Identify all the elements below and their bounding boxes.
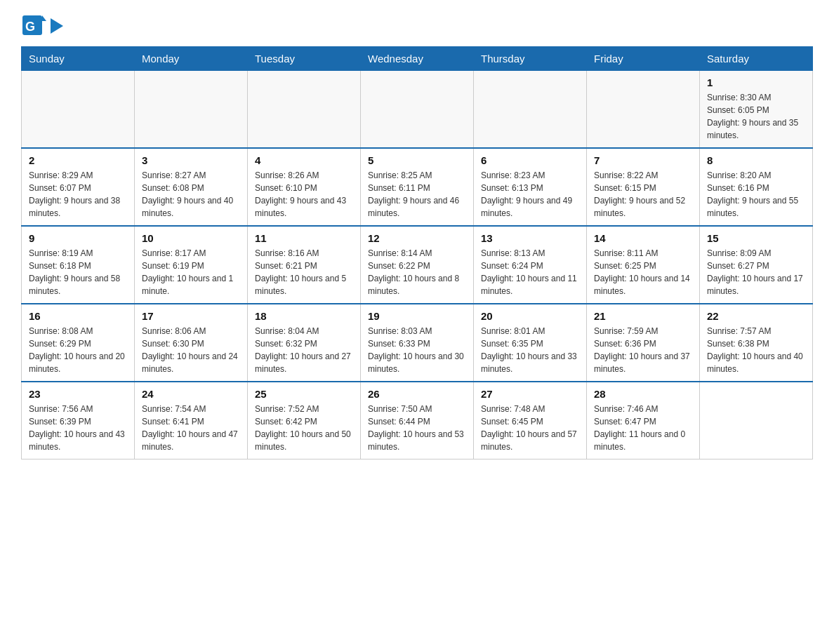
- day-info: Sunrise: 8:27 AMSunset: 6:08 PMDaylight:…: [142, 169, 240, 220]
- day-number: 1: [707, 76, 805, 88]
- calendar-cell: 19Sunrise: 8:03 AMSunset: 6:33 PMDayligh…: [361, 304, 474, 382]
- day-info: Sunrise: 8:13 AMSunset: 6:24 PMDaylight:…: [481, 247, 579, 297]
- day-info: Sunrise: 8:14 AMSunset: 6:22 PMDaylight:…: [368, 247, 466, 297]
- calendar-cell: 5Sunrise: 8:25 AMSunset: 6:11 PMDaylight…: [361, 148, 474, 226]
- day-number: 2: [29, 154, 127, 166]
- day-number: 20: [481, 310, 579, 322]
- day-number: 21: [594, 310, 692, 322]
- calendar-cell: 15Sunrise: 8:09 AMSunset: 6:27 PMDayligh…: [700, 226, 813, 304]
- day-info: Sunrise: 8:30 AMSunset: 6:05 PMDaylight:…: [707, 91, 805, 142]
- day-number: 9: [29, 232, 127, 244]
- calendar-cell: 13Sunrise: 8:13 AMSunset: 6:24 PMDayligh…: [474, 226, 587, 304]
- calendar-cell: 3Sunrise: 8:27 AMSunset: 6:08 PMDaylight…: [135, 148, 248, 226]
- day-number: 15: [707, 232, 805, 244]
- day-info: Sunrise: 8:06 AMSunset: 6:30 PMDaylight:…: [142, 325, 240, 375]
- day-info: Sunrise: 7:57 AMSunset: 6:38 PMDaylight:…: [707, 325, 805, 375]
- calendar-cell: 4Sunrise: 8:26 AMSunset: 6:10 PMDaylight…: [248, 148, 361, 226]
- calendar-cell: 2Sunrise: 8:29 AMSunset: 6:07 PMDaylight…: [22, 148, 135, 226]
- day-info: Sunrise: 8:04 AMSunset: 6:32 PMDaylight:…: [255, 325, 353, 375]
- day-number: 19: [368, 310, 466, 322]
- calendar-cell: 6Sunrise: 8:23 AMSunset: 6:13 PMDaylight…: [474, 148, 587, 226]
- day-number: 17: [142, 310, 240, 322]
- day-info: Sunrise: 8:09 AMSunset: 6:27 PMDaylight:…: [707, 247, 805, 297]
- calendar-cell: 14Sunrise: 8:11 AMSunset: 6:25 PMDayligh…: [587, 226, 700, 304]
- day-info: Sunrise: 8:08 AMSunset: 6:29 PMDaylight:…: [29, 325, 127, 375]
- calendar-cell: 12Sunrise: 8:14 AMSunset: 6:22 PMDayligh…: [361, 226, 474, 304]
- col-header-thursday: Thursday: [474, 47, 587, 71]
- calendar-cell: [474, 71, 587, 149]
- calendar-header-row: SundayMondayTuesdayWednesdayThursdayFrid…: [22, 47, 813, 71]
- logo-icon: G: [21, 14, 46, 39]
- day-info: Sunrise: 8:17 AMSunset: 6:19 PMDaylight:…: [142, 247, 240, 297]
- calendar-cell: 20Sunrise: 8:01 AMSunset: 6:35 PMDayligh…: [474, 304, 587, 382]
- day-info: Sunrise: 8:23 AMSunset: 6:13 PMDaylight:…: [481, 169, 579, 220]
- day-number: 6: [481, 154, 579, 166]
- day-info: Sunrise: 8:20 AMSunset: 6:16 PMDaylight:…: [707, 169, 805, 220]
- page-header: G: [21, 14, 813, 39]
- col-header-monday: Monday: [135, 47, 248, 71]
- day-number: 5: [368, 154, 466, 166]
- calendar-cell: 26Sunrise: 7:50 AMSunset: 6:44 PMDayligh…: [361, 382, 474, 459]
- day-info: Sunrise: 7:52 AMSunset: 6:42 PMDaylight:…: [255, 403, 353, 453]
- calendar-cell: [22, 71, 135, 149]
- calendar-cell: [135, 71, 248, 149]
- logo-mark: G: [21, 14, 46, 39]
- col-header-wednesday: Wednesday: [361, 47, 474, 71]
- day-number: 13: [481, 232, 579, 244]
- day-number: 14: [594, 232, 692, 244]
- day-number: 22: [707, 310, 805, 322]
- calendar-cell: 8Sunrise: 8:20 AMSunset: 6:16 PMDaylight…: [700, 148, 813, 226]
- day-number: 18: [255, 310, 353, 322]
- logo: G: [21, 14, 63, 39]
- calendar-cell: 7Sunrise: 8:22 AMSunset: 6:15 PMDaylight…: [587, 148, 700, 226]
- day-info: Sunrise: 7:46 AMSunset: 6:47 PMDaylight:…: [594, 403, 692, 453]
- logo-text: [51, 18, 63, 35]
- day-number: 10: [142, 232, 240, 244]
- day-info: Sunrise: 8:26 AMSunset: 6:10 PMDaylight:…: [255, 169, 353, 220]
- col-header-friday: Friday: [587, 47, 700, 71]
- day-number: 25: [255, 388, 353, 400]
- day-info: Sunrise: 7:59 AMSunset: 6:36 PMDaylight:…: [594, 325, 692, 375]
- day-info: Sunrise: 8:25 AMSunset: 6:11 PMDaylight:…: [368, 169, 466, 220]
- day-info: Sunrise: 7:50 AMSunset: 6:44 PMDaylight:…: [368, 403, 466, 453]
- day-number: 4: [255, 154, 353, 166]
- svg-text:G: G: [25, 20, 35, 34]
- calendar-cell: 28Sunrise: 7:46 AMSunset: 6:47 PMDayligh…: [587, 382, 700, 459]
- calendar-cell: 18Sunrise: 8:04 AMSunset: 6:32 PMDayligh…: [248, 304, 361, 382]
- calendar-week-row: 23Sunrise: 7:56 AMSunset: 6:39 PMDayligh…: [22, 382, 813, 459]
- day-number: 27: [481, 388, 579, 400]
- calendar-week-row: 2Sunrise: 8:29 AMSunset: 6:07 PMDaylight…: [22, 148, 813, 226]
- day-info: Sunrise: 8:03 AMSunset: 6:33 PMDaylight:…: [368, 325, 466, 375]
- calendar-cell: 10Sunrise: 8:17 AMSunset: 6:19 PMDayligh…: [135, 226, 248, 304]
- day-number: 16: [29, 310, 127, 322]
- day-info: Sunrise: 8:29 AMSunset: 6:07 PMDaylight:…: [29, 169, 127, 220]
- logo-arrow-icon: [51, 18, 63, 34]
- calendar-cell: [587, 71, 700, 149]
- calendar-cell: 1Sunrise: 8:30 AMSunset: 6:05 PMDaylight…: [700, 71, 813, 149]
- day-number: 28: [594, 388, 692, 400]
- calendar-cell: 23Sunrise: 7:56 AMSunset: 6:39 PMDayligh…: [22, 382, 135, 459]
- svg-marker-3: [51, 18, 63, 34]
- day-number: 12: [368, 232, 466, 244]
- calendar-cell: 22Sunrise: 7:57 AMSunset: 6:38 PMDayligh…: [700, 304, 813, 382]
- calendar-cell: 24Sunrise: 7:54 AMSunset: 6:41 PMDayligh…: [135, 382, 248, 459]
- day-number: 26: [368, 388, 466, 400]
- day-info: Sunrise: 7:48 AMSunset: 6:45 PMDaylight:…: [481, 403, 579, 453]
- day-info: Sunrise: 7:54 AMSunset: 6:41 PMDaylight:…: [142, 403, 240, 453]
- col-header-saturday: Saturday: [700, 47, 813, 71]
- svg-marker-1: [42, 15, 46, 21]
- calendar-week-row: 16Sunrise: 8:08 AMSunset: 6:29 PMDayligh…: [22, 304, 813, 382]
- calendar-cell: [700, 382, 813, 459]
- calendar-cell: 16Sunrise: 8:08 AMSunset: 6:29 PMDayligh…: [22, 304, 135, 382]
- calendar-cell: 25Sunrise: 7:52 AMSunset: 6:42 PMDayligh…: [248, 382, 361, 459]
- calendar-cell: 17Sunrise: 8:06 AMSunset: 6:30 PMDayligh…: [135, 304, 248, 382]
- col-header-sunday: Sunday: [22, 47, 135, 71]
- calendar-cell: 9Sunrise: 8:19 AMSunset: 6:18 PMDaylight…: [22, 226, 135, 304]
- day-number: 23: [29, 388, 127, 400]
- calendar-cell: 11Sunrise: 8:16 AMSunset: 6:21 PMDayligh…: [248, 226, 361, 304]
- day-info: Sunrise: 8:19 AMSunset: 6:18 PMDaylight:…: [29, 247, 127, 297]
- calendar-cell: [248, 71, 361, 149]
- day-info: Sunrise: 8:11 AMSunset: 6:25 PMDaylight:…: [594, 247, 692, 297]
- day-info: Sunrise: 8:01 AMSunset: 6:35 PMDaylight:…: [481, 325, 579, 375]
- day-number: 3: [142, 154, 240, 166]
